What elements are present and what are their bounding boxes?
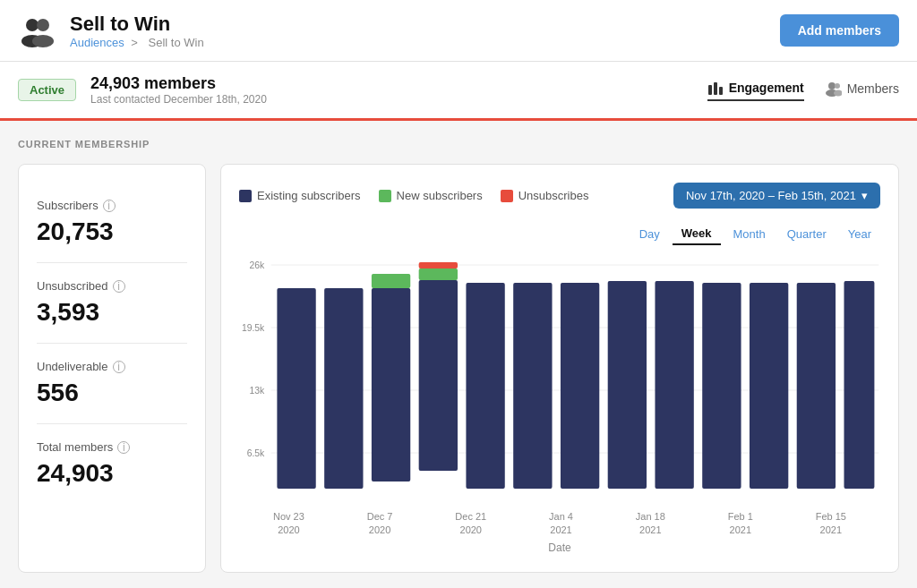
tab-day[interactable]: Day xyxy=(630,223,669,245)
breadcrumb: Audiences > Sell to Win xyxy=(70,36,208,49)
bar-chart: 26k 19.5k 13k 6.5k xyxy=(239,256,880,507)
title-block: Sell to Win Audiences > Sell to Win xyxy=(70,13,208,49)
undeliverable-value: 556 xyxy=(37,379,187,407)
chart-legend: Existing subscribers New subscribers Uns… xyxy=(239,189,588,202)
legend-unsub: Unsubscribes xyxy=(501,189,589,202)
top-bar-left: Sell to Win Audiences > Sell to Win xyxy=(18,11,208,50)
legend-new-label: New subscribers xyxy=(397,189,483,202)
svg-point-8 xyxy=(835,83,840,89)
status-left: Active 24,903 members Last contacted Dec… xyxy=(18,74,267,106)
subscribers-info-icon[interactable]: i xyxy=(103,200,116,212)
nav-members[interactable]: Members xyxy=(826,81,899,100)
stat-unsubscribed: Unsubscribed i 3,593 xyxy=(37,263,187,344)
chart-area: 26k 19.5k 13k 6.5k xyxy=(239,256,880,507)
chart-card: Existing subscribers New subscribers Uns… xyxy=(220,164,899,573)
membership-grid: Subscribers i 20,753 Unsubscribed i 3,59… xyxy=(18,164,899,573)
undeliverable-info-icon[interactable]: i xyxy=(113,361,125,373)
breadcrumb-current: Sell to Win xyxy=(149,36,204,49)
subscribers-label: Subscribers i xyxy=(37,199,187,212)
add-members-button[interactable]: Add members xyxy=(780,14,899,47)
stat-total: Total members i 24,903 xyxy=(37,424,187,504)
legend-new: New subscribers xyxy=(379,189,483,202)
total-info-icon[interactable]: i xyxy=(117,441,130,454)
svg-rect-33 xyxy=(797,283,836,489)
chart-header: Existing subscribers New subscribers Uns… xyxy=(239,183,880,209)
x-axis-labels: Nov 232020 Dec 72020 Dec 212020 Jan 4202… xyxy=(239,507,880,538)
legend-unsub-dot xyxy=(501,190,513,202)
svg-rect-27 xyxy=(513,283,552,489)
member-count: 24,903 members xyxy=(90,74,267,93)
members-icon xyxy=(826,81,842,97)
stat-undeliverable: Undeliverable i 556 xyxy=(37,344,187,424)
x-label-jan18: Jan 182021 xyxy=(636,510,665,538)
engagement-label: Engagement xyxy=(729,81,804,95)
status-bar: Active 24,903 members Last contacted Dec… xyxy=(0,62,917,121)
svg-rect-32 xyxy=(750,283,788,489)
total-value: 24,903 xyxy=(37,459,187,488)
svg-rect-21 xyxy=(372,288,410,481)
x-label-feb1: Feb 12021 xyxy=(728,510,753,538)
unsubscribed-info-icon[interactable]: i xyxy=(113,280,125,293)
unsubscribed-value: 3,593 xyxy=(37,298,187,327)
status-nav: Engagement Members xyxy=(707,80,899,101)
svg-rect-24 xyxy=(419,268,458,280)
subscribers-value: 20,753 xyxy=(37,217,187,246)
audience-icon xyxy=(18,11,57,50)
last-contacted: Last contacted December 18th, 2020 xyxy=(90,93,267,106)
breadcrumb-separator: > xyxy=(131,36,138,49)
svg-text:13k: 13k xyxy=(250,385,265,396)
legend-existing-label: Existing subscribers xyxy=(257,189,361,202)
nav-engagement[interactable]: Engagement xyxy=(707,80,804,101)
x-label-dec21: Dec 212020 xyxy=(455,510,486,538)
undeliverable-label: Undeliverable i xyxy=(37,360,187,373)
legend-existing-dot xyxy=(239,190,252,202)
svg-rect-20 xyxy=(324,288,363,489)
stat-subscribers: Subscribers i 20,753 xyxy=(37,183,187,263)
member-info: 24,903 members Last contacted December 1… xyxy=(90,74,267,106)
breadcrumb-link[interactable]: Audiences xyxy=(70,36,124,49)
svg-rect-19 xyxy=(277,288,315,489)
svg-rect-28 xyxy=(561,283,599,489)
svg-rect-29 xyxy=(608,281,647,489)
section-title: CURRENT MEMBERSHIP xyxy=(18,139,899,149)
tab-month[interactable]: Month xyxy=(724,223,775,245)
tab-year[interactable]: Year xyxy=(839,223,880,245)
legend-new-dot xyxy=(379,190,391,202)
page-title: Sell to Win xyxy=(70,13,208,36)
total-label: Total members i xyxy=(37,440,187,454)
stats-card: Subscribers i 20,753 Unsubscribed i 3,59… xyxy=(18,164,206,573)
svg-rect-30 xyxy=(655,281,693,489)
svg-text:19.5k: 19.5k xyxy=(242,322,265,333)
svg-rect-6 xyxy=(719,87,723,95)
x-label-jan4: Jan 42021 xyxy=(549,510,573,538)
top-bar: Sell to Win Audiences > Sell to Win Add … xyxy=(0,0,917,62)
date-range-picker[interactable]: Nov 17th, 2020 – Feb 15th, 2021 ▾ xyxy=(673,183,880,209)
unsubscribed-label: Unsubscribed i xyxy=(37,279,187,293)
svg-text:26k: 26k xyxy=(250,260,265,270)
x-label-nov23: Nov 232020 xyxy=(273,510,304,538)
x-label-feb15: Feb 152021 xyxy=(816,510,846,538)
svg-rect-4 xyxy=(708,85,712,95)
x-axis-title: Date xyxy=(239,541,880,554)
svg-text:6.5k: 6.5k xyxy=(247,447,265,458)
legend-existing: Existing subscribers xyxy=(239,189,361,202)
tab-quarter[interactable]: Quarter xyxy=(778,223,836,245)
legend-unsub-label: Unsubscribes xyxy=(518,189,589,202)
svg-rect-23 xyxy=(419,280,458,471)
svg-rect-31 xyxy=(702,283,741,489)
chevron-down-icon: ▾ xyxy=(861,189,868,202)
members-label: Members xyxy=(847,81,899,96)
engagement-icon xyxy=(707,80,724,96)
svg-rect-34 xyxy=(844,281,874,489)
date-range-label: Nov 17th, 2020 – Feb 15th, 2021 xyxy=(686,189,856,202)
svg-rect-25 xyxy=(419,262,458,268)
tab-week[interactable]: Week xyxy=(673,223,721,245)
svg-rect-5 xyxy=(714,82,717,95)
main-content: CURRENT MEMBERSHIP Subscribers i 20,753 … xyxy=(0,121,917,588)
active-badge: Active xyxy=(18,79,76,101)
time-tabs: Day Week Month Quarter Year xyxy=(239,223,880,245)
svg-rect-26 xyxy=(466,283,504,489)
svg-point-3 xyxy=(32,35,54,47)
svg-rect-22 xyxy=(372,274,410,288)
svg-point-7 xyxy=(828,82,836,89)
